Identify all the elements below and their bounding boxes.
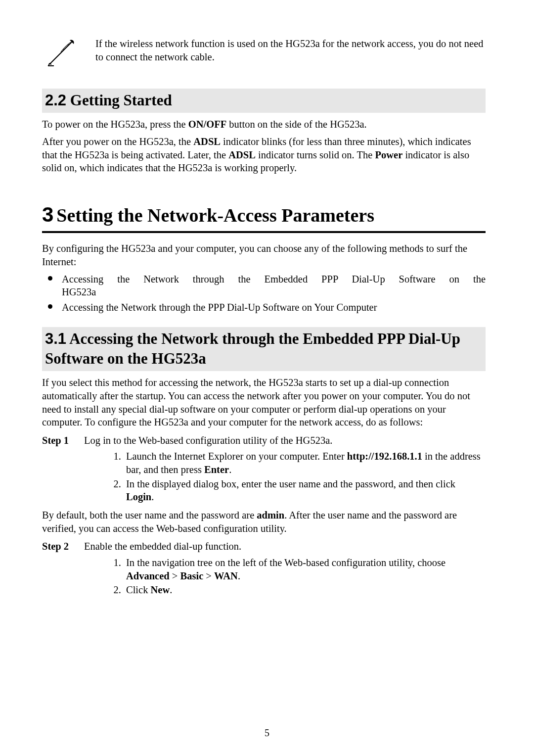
paragraph: If you select this method for accessing …	[42, 376, 486, 429]
ordered-list: In the navigation tree on the left of th…	[42, 556, 486, 597]
heading-title: Setting the Network-Access Parameters	[56, 205, 374, 226]
step-label: Step 1	[42, 434, 84, 447]
list-item: In the displayed dialog box, enter the u…	[124, 477, 486, 504]
ordered-list: Launch the Internet Explorer on your com…	[42, 450, 486, 504]
paragraph: To power on the HG523a, press the ON/OFF…	[42, 118, 486, 131]
heading-3-1: 3.1 Accessing the Network through the Em…	[42, 327, 486, 372]
heading-number: 3	[42, 203, 56, 226]
heading-2-2: 2.2 Getting Started	[42, 89, 486, 113]
bullet-list: Accessing the Network through the Embedd…	[42, 273, 486, 314]
heading-number: 2.2	[45, 92, 66, 109]
step-body: Log in to the Web-based configuration ut…	[84, 434, 486, 447]
heading-3: 3Setting the Network-Access Parameters	[42, 201, 486, 234]
step-label: Step 2	[42, 540, 84, 553]
heading-number: 3.1	[45, 330, 66, 347]
step-2: Step 2 Enable the embedded dial-up funct…	[42, 540, 486, 553]
list-item: In the navigation tree on the left of th…	[124, 556, 486, 582]
list-item: Click New.	[124, 583, 486, 597]
note-icon-cell	[42, 37, 95, 68]
note-text: If the wireless network function is used…	[95, 37, 486, 63]
paragraph: After you power on the HG523a, the ADSL …	[42, 135, 486, 175]
page-number: 5	[0, 726, 534, 739]
heading-title: Accessing the Network through the Embedd…	[45, 330, 460, 367]
note-row: If the wireless network function is used…	[42, 37, 486, 68]
step-1: Step 1 Log in to the Web-based configura…	[42, 434, 486, 447]
paragraph: By configuring the HG523a and your compu…	[42, 242, 486, 268]
list-item: Launch the Internet Explorer on your com…	[124, 450, 486, 476]
paragraph: By default, both the user name and the p…	[42, 509, 486, 535]
list-item: Accessing the Network through the Embedd…	[42, 273, 486, 299]
quill-note-icon	[46, 37, 77, 68]
list-item: Accessing the Network through the PPP Di…	[42, 301, 486, 314]
heading-title: Getting Started	[70, 92, 172, 109]
step-body: Enable the embedded dial-up function.	[84, 540, 486, 553]
